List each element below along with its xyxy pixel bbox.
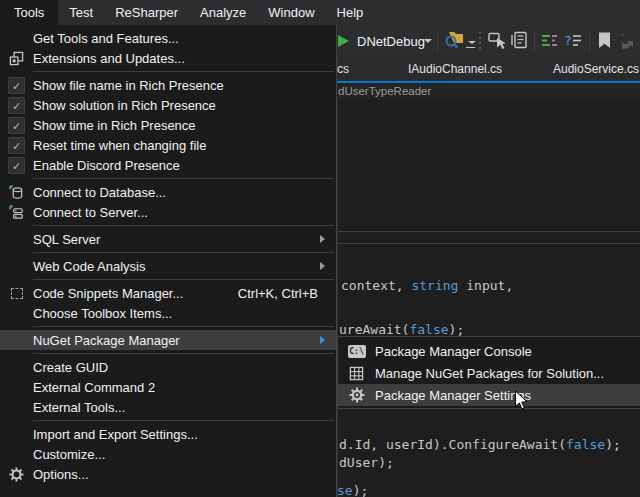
menu-resharper-label: ReSharper [115, 5, 178, 20]
menu-item-extensions-and-updates[interactable]: Extensions and Updates... [0, 48, 336, 68]
tools-menu-popup: Get Tools and Features... Extensions and… [0, 25, 337, 497]
toolbar-options-chevron-icon[interactable] [468, 41, 476, 44]
menu-item-label: External Tools... [33, 400, 336, 415]
check-icon: ✓ [8, 77, 25, 94]
menu-item-label: Show solution in Rich Presence [33, 98, 336, 113]
menu-separator [33, 353, 334, 354]
menu-tools[interactable]: Tools [0, 0, 58, 25]
extensions-icon [0, 51, 33, 66]
menu-item-label: Get Tools and Features... [33, 31, 336, 46]
toolbar-separator [437, 31, 438, 51]
menu-item-label: Extensions and Updates... [33, 51, 336, 66]
menu-item-label: Import and Export Settings... [33, 427, 336, 442]
menu-item-external-command-2[interactable]: External Command 2 [0, 377, 336, 397]
find-in-files-icon[interactable] [444, 30, 464, 53]
menu-tools-label: Tools [14, 5, 44, 20]
chevron-down-icon[interactable] [424, 39, 432, 43]
menu-separator [33, 71, 334, 72]
navigate-to-cursor-icon[interactable] [488, 32, 506, 55]
comment-lines-icon[interactable]: ? [564, 33, 582, 53]
menu-item-show-time-rich-presence[interactable]: ✓ Show time in Rich Presence [0, 115, 336, 135]
code-line: d.Id, userId).ConfigureAwait(false); [339, 437, 621, 452]
menu-item-get-tools-and-features[interactable]: Get Tools and Features... [0, 28, 336, 48]
menu-item-show-file-name-rich-presence[interactable]: ✓ Show file name in Rich Presence [0, 75, 336, 95]
breadcrumb[interactable]: dUserTypeReader [338, 85, 431, 97]
vs-ide-window: context, string input, ureAwait(false); … [0, 0, 640, 497]
menu-help-label: Help [337, 5, 364, 20]
check-icon: ✓ [8, 117, 25, 134]
toolbar-drag-handle[interactable] [479, 32, 481, 50]
menu-item-web-code-analysis[interactable]: Web Code Analysis [0, 256, 336, 276]
submenu-arrow-icon [320, 336, 336, 344]
menu-item-options[interactable]: Options... [0, 464, 336, 484]
submenu-item-package-manager-settings[interactable]: Package Manager Settings [338, 384, 640, 406]
menu-item-connect-to-database[interactable]: Connect to Database... [0, 182, 336, 202]
menu-window-label: Window [268, 5, 314, 20]
menu-resharper[interactable]: ReSharper [104, 0, 189, 25]
menu-item-enable-discord-presence[interactable]: ✓ Enable Discord Presence [0, 155, 336, 175]
menu-item-show-solution-rich-presence[interactable]: ✓ Show solution in Rich Presence [0, 95, 336, 115]
pending-changes-icon[interactable] [510, 31, 528, 55]
submenu-item-label: Manage NuGet Packages for Solution... [375, 366, 640, 381]
menu-item-external-tools[interactable]: External Tools... [0, 397, 336, 417]
toolbar-separator [534, 31, 535, 51]
main-menu-bar: Tools Test ReSharper Analyze Window Help [0, 0, 640, 25]
submenu-item-manage-nuget-packages[interactable]: Manage NuGet Packages for Solution... [338, 362, 640, 384]
menu-item-code-snippets-manager[interactable]: Code Snippets Manager... Ctrl+K, Ctrl+B [0, 283, 336, 303]
gear-icon [338, 387, 375, 403]
server-icon [0, 205, 33, 220]
nuget-submenu-popup: C:\ Package Manager Console Manage NuGet… [337, 336, 640, 409]
svg-text:?: ? [564, 33, 572, 48]
bookmark-icon[interactable] [598, 32, 611, 53]
code-line: dUser); [339, 455, 394, 470]
menu-window[interactable]: Window [257, 0, 325, 25]
menu-item-choose-toolbox-items[interactable]: Choose Toolbox Items... [0, 303, 336, 323]
submenu-arrow-icon [320, 235, 336, 243]
menu-item-label: Web Code Analysis [33, 259, 320, 274]
submenu-item-label: Package Manager Settings [375, 388, 640, 403]
menu-item-sql-server[interactable]: SQL Server [0, 229, 336, 249]
submenu-item-package-manager-console[interactable]: C:\ Package Manager Console [338, 340, 640, 362]
menu-item-label: NuGet Package Manager [33, 333, 320, 348]
menu-item-import-export-settings[interactable]: Import and Export Settings... [0, 424, 336, 444]
editor-left-border [337, 58, 338, 497]
previous-bookmark-icon[interactable] [622, 32, 640, 53]
check-icon: ✓ [8, 137, 25, 154]
icon-slot: ✓ [0, 77, 33, 94]
tab-audioservice[interactable]: AudioService.cs [553, 62, 639, 76]
menu-item-nuget-package-manager[interactable]: NuGet Package Manager [0, 330, 336, 350]
start-debug-icon[interactable] [338, 35, 349, 47]
menu-test-label: Test [69, 5, 93, 20]
menu-item-customize[interactable]: Customize... [0, 444, 336, 464]
menu-test[interactable]: Test [58, 0, 104, 25]
menu-item-create-guid[interactable]: Create GUID [0, 357, 336, 377]
menu-item-label: External Command 2 [33, 380, 336, 395]
menu-analyze[interactable]: Analyze [189, 0, 257, 25]
format-document-icon[interactable] [541, 33, 558, 53]
icon-slot: ✓ [0, 157, 33, 174]
menu-item-label: SQL Server [33, 232, 320, 247]
editor-separator-line [338, 243, 640, 244]
toolbar-separator [589, 31, 590, 51]
menu-help[interactable]: Help [326, 0, 375, 25]
menu-item-label: Reset time when changing file [33, 138, 336, 153]
tab-iaudiochannel[interactable]: IAudioChannel.cs [408, 62, 502, 76]
check-icon: ✓ [8, 97, 25, 114]
tab-clipped[interactable]: cs [337, 62, 349, 76]
menu-item-label: Customize... [33, 447, 336, 462]
mouse-cursor [514, 390, 529, 416]
code-line: se); [337, 483, 368, 497]
menu-item-label: Code Snippets Manager... [33, 286, 238, 301]
menu-item-connect-to-server[interactable]: Connect to Server... [0, 202, 336, 222]
submenu-arrow-icon [320, 262, 336, 270]
menu-separator [33, 252, 334, 253]
menu-item-reset-time-when-changing-file[interactable]: ✓ Reset time when changing file [0, 135, 336, 155]
menu-separator [33, 225, 334, 226]
console-icon-text: C:\ [348, 345, 366, 358]
menu-analyze-label: Analyze [200, 5, 246, 20]
menu-item-label: Options... [33, 467, 336, 482]
icon-slot: ✓ [0, 97, 33, 114]
run-configuration-dropdown[interactable]: DNetDebug [357, 34, 425, 49]
menu-item-label: Choose Toolbox Items... [33, 306, 336, 321]
menu-item-label: Connect to Database... [33, 185, 336, 200]
